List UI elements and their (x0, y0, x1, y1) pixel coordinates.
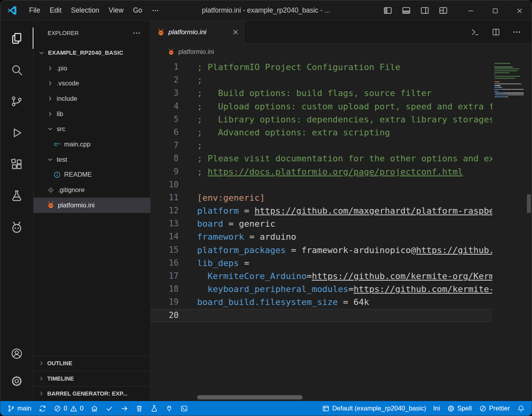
code-line-4[interactable]: 4; Upload options: custom upload port, s… (151, 100, 532, 113)
menu-selection[interactable]: Selection (66, 4, 104, 17)
layout-controls (383, 6, 448, 15)
tree-folder-pio[interactable]: .pio (33, 61, 150, 76)
code-line-3[interactable]: 3; Build options: build flags, source fi… (151, 87, 532, 100)
activitybar-platformio[interactable] (0, 214, 33, 240)
status-label: main (17, 405, 31, 412)
activitybar-search[interactable] (0, 57, 33, 82)
close-button[interactable] (507, 0, 532, 21)
code-text: board_build.filesystem_size = 64k (179, 296, 369, 309)
activitybar-run-and-debug[interactable] (0, 120, 33, 145)
tab-platformio-ini[interactable]: platformio.ini (151, 21, 244, 43)
code-line-15[interactable]: 15platform_packages = framework-arduinop… (151, 244, 532, 257)
menu-view[interactable]: View (104, 4, 128, 17)
tree-folder-lib[interactable]: lib (33, 106, 150, 122)
minimap[interactable] (492, 60, 526, 401)
activitybar-explorer[interactable] (0, 26, 33, 51)
sidebar-section-outline[interactable]: OUTLINE (33, 356, 150, 371)
code-line-9[interactable]: 9; https://docs.platformio.org/page/proj… (151, 165, 532, 178)
account-icon (10, 347, 23, 360)
tree-folder-src[interactable]: src (33, 121, 150, 137)
code-line-8[interactable]: 8; Please visit documentation for the ot… (151, 152, 532, 165)
menu-go[interactable]: Go (128, 4, 147, 17)
code-line-2[interactable]: 2; (151, 74, 532, 87)
code-line-10[interactable]: 10 (151, 178, 532, 191)
menu-more[interactable] (147, 5, 164, 17)
layout-customize-icon (438, 6, 448, 15)
beaker-icon (150, 405, 158, 412)
status-spell-checker[interactable]: Spell (443, 401, 475, 416)
code-line-5[interactable]: 5; Library options: dependencies, extra … (151, 113, 532, 126)
status-platformio-terminal[interactable] (177, 401, 192, 416)
layout-sidebar-right-button[interactable] (420, 6, 430, 15)
code-line-6[interactable]: 6; Advanced options: extra scripting (151, 126, 532, 139)
tab-bar: platformio.ini (151, 21, 532, 43)
status-platformio-env[interactable]: Default (example_rp2040_basic) (318, 401, 429, 416)
tree-folder-vscode[interactable]: .vscode (33, 76, 150, 91)
line-number: 17 (151, 270, 179, 283)
status-platformio-serial-monitor[interactable] (162, 401, 177, 416)
more-button[interactable] (512, 28, 521, 37)
explorer-header: EXPLORER (33, 21, 150, 45)
tree-file-platformio-ini[interactable]: platformio.ini (33, 198, 150, 213)
minimize-button[interactable] (458, 0, 483, 21)
tab-close-icon[interactable] (232, 28, 239, 36)
status-branch[interactable]: main (4, 401, 35, 416)
git-file-icon (47, 186, 55, 194)
status-prettier[interactable]: Prettier (475, 401, 514, 416)
horizontal-scrollbar[interactable] (197, 395, 303, 399)
activitybar-accounts[interactable] (0, 342, 33, 365)
activitybar-testing[interactable] (0, 183, 33, 208)
status-sync[interactable] (35, 401, 50, 416)
layout-panel-button[interactable] (401, 6, 411, 15)
code-line-14[interactable]: 14framework = arduino (151, 230, 532, 243)
code-line-16[interactable]: 16lib_deps = (151, 257, 532, 270)
explorer-more-icon[interactable] (132, 29, 141, 37)
status-problems[interactable]: 00 (50, 401, 87, 416)
status-platformio-upload[interactable] (117, 401, 132, 416)
code-text: board = generic (179, 217, 275, 230)
code-line-19[interactable]: 19board_build.filesystem_size = 64k (151, 296, 532, 309)
code-line-20[interactable]: 20 (151, 309, 532, 322)
status-platformio-build[interactable] (102, 401, 117, 416)
status-platformio-home[interactable] (87, 401, 102, 416)
code-line-12[interactable]: 12platform = https://github.com/maxgerha… (151, 204, 532, 217)
maximize-button[interactable] (483, 0, 507, 21)
code-text: KermiteCore_Arduino=https://github.com/k… (179, 270, 532, 283)
line-number: 14 (151, 230, 179, 243)
breadcrumb[interactable]: platformio.ini (151, 43, 532, 60)
status-platformio-test[interactable] (147, 401, 162, 416)
terminal-prompt-button[interactable] (471, 28, 480, 37)
menu-file[interactable]: File (24, 4, 45, 17)
activitybar-manage[interactable] (0, 370, 33, 392)
tree-folder-include[interactable]: include (33, 91, 150, 106)
menu-edit[interactable]: Edit (45, 4, 66, 17)
sidebar-section-barrel-generator-exp[interactable]: BARREL GENERATOR: EXP... (33, 386, 150, 401)
editor-group: platformio.ini platformio.ini 1; Platfor… (151, 21, 532, 401)
tree-folder-example-rp2040-basic[interactable]: EXAMPLE_RP2040_BASIC (33, 45, 150, 61)
window-icon (322, 405, 330, 412)
vertical-scrollbar[interactable] (527, 194, 531, 213)
code-line-17[interactable]: 17 KermiteCore_Arduino=https://github.co… (151, 270, 532, 283)
slash-icon (479, 405, 487, 412)
code-line-18[interactable]: 18 keyboard_peripheral_modules=https://g… (151, 283, 532, 296)
activitybar-extensions[interactable] (0, 152, 33, 177)
code-line-1[interactable]: 1; PlatformIO Project Configuration File (151, 61, 532, 74)
tree-file-readme[interactable]: README (33, 167, 150, 183)
code-line-13[interactable]: 13board = generic (151, 217, 532, 230)
tree-file-main-cpp[interactable]: C++main.cpp (33, 137, 150, 152)
line-number: 4 (151, 100, 179, 113)
layout-sidebar-button[interactable] (383, 6, 393, 15)
sidebar-section-timeline[interactable]: TIMELINE (33, 371, 150, 386)
layout-customize-button[interactable] (438, 6, 448, 15)
window-title: platformio.ini - example_rp2040_basic - … (202, 6, 330, 15)
status-language-mode[interactable]: Ini (430, 401, 443, 416)
status-platformio-clean[interactable] (132, 401, 147, 416)
status-notifications[interactable] (514, 401, 528, 416)
tree-file-gitignore[interactable]: .gitignore (33, 182, 150, 198)
split-editor-button[interactable] (491, 28, 501, 37)
code-line-7[interactable]: 7; (151, 139, 532, 152)
activitybar-source-control[interactable] (0, 89, 33, 114)
tree-item-label: platformio.ini (58, 202, 95, 209)
tree-folder-test[interactable]: test (33, 152, 150, 167)
code-line-11[interactable]: 11[env:generic] (151, 191, 532, 204)
